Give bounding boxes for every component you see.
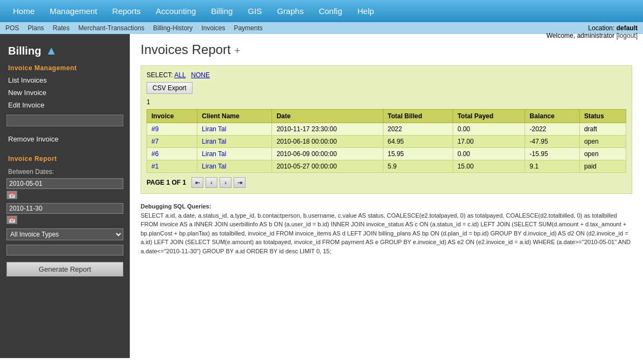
remove-invoice-link[interactable]: Remove Invoice	[0, 133, 130, 145]
invoice-link[interactable]: #7	[151, 138, 158, 145]
date-end-input[interactable]	[6, 203, 123, 214]
main-layout: Billing ▲ Invoice Management List Invoic…	[0, 34, 643, 358]
invoice-table-body: #9 Liran Tal 2010-11-17 23:30:00 2022 0.…	[147, 123, 626, 173]
pagination-prev-button[interactable]: ‹	[206, 177, 217, 188]
edit-invoice-link[interactable]: Edit Invoice	[0, 99, 130, 111]
col-invoice: Invoice	[147, 110, 197, 123]
pagination-first-button[interactable]: ⇤	[191, 177, 203, 188]
cell-total-payed: 0.00	[453, 148, 525, 160]
location-value: default	[617, 24, 638, 32]
select-none-link[interactable]: NONE	[191, 71, 210, 79]
client-link[interactable]: Liran Tal	[202, 150, 226, 158]
col-balance: Balance	[525, 110, 580, 123]
cell-client: Liran Tal	[197, 148, 272, 160]
select-all-link[interactable]: ALL	[174, 71, 185, 79]
select-label: SELECT:	[147, 71, 173, 79]
top-navigation: Home Management Reports Accounting Billi…	[0, 0, 643, 22]
calendar-start-icon[interactable]: 📅	[6, 191, 17, 199]
sidebar-title: Billing ▲	[0, 39, 130, 60]
filter-input[interactable]	[6, 245, 123, 255]
cell-invoice: #7	[147, 136, 197, 148]
invoice-table: Invoice Client Name Date Total Billed To…	[147, 109, 626, 173]
cell-client: Liran Tal	[197, 123, 272, 136]
sub-navigation: POS Plans Rates Merchant-Transactions Bi…	[0, 22, 643, 34]
content-area: Invoices Report + SELECT: ALL NONE CSV E…	[130, 34, 643, 358]
nav-accounting[interactable]: Accounting	[148, 0, 203, 22]
location-info: Location: default Welcome, administrator…	[546, 24, 638, 39]
cell-status: draft	[580, 123, 626, 136]
nav-billing[interactable]: Billing	[203, 0, 240, 22]
table-header: Invoice Client Name Date Total Billed To…	[147, 110, 626, 123]
table-row: #9 Liran Tal 2010-11-17 23:30:00 2022 0.…	[147, 123, 626, 136]
cell-total-payed: 17.00	[453, 136, 525, 148]
subnav-invoices[interactable]: Invoices	[201, 24, 225, 32]
pagination-label: PAGE 1 OF 1	[147, 179, 186, 186]
cell-date: 2010-06-09 00:00:00	[272, 148, 383, 160]
invoice-type-select[interactable]: All Invoice Types	[6, 228, 123, 240]
cell-balance: -15.95	[525, 148, 580, 160]
invoice-type-row: All Invoice Types	[6, 228, 123, 240]
subnav-billing-history[interactable]: Billing-History	[153, 24, 193, 32]
client-link[interactable]: Liran Tal	[202, 125, 226, 133]
cell-total-payed: 15.00	[453, 160, 525, 173]
water-drop-icon: ▲	[45, 44, 57, 58]
cell-invoice: #1	[147, 160, 197, 173]
select-row: SELECT: ALL NONE	[147, 71, 626, 79]
cell-total-payed: 0.00	[453, 123, 525, 136]
cell-total-billed: 64.95	[383, 136, 453, 148]
logout-link[interactable]: [logout]	[617, 32, 638, 39]
csv-export-button[interactable]: CSV Export	[147, 82, 193, 94]
welcome-text: Welcome, administrator	[546, 32, 614, 39]
date-start-input[interactable]	[6, 178, 123, 189]
debug-sql-section: Debugging SQL Queries: SELECT a.id, a.da…	[141, 202, 632, 255]
cell-total-billed: 2022	[383, 123, 453, 136]
cell-status: paid	[580, 160, 626, 173]
report-box: SELECT: ALL NONE CSV Export 1 Invoice Cl…	[141, 65, 632, 194]
col-client-name: Client Name	[197, 110, 272, 123]
subnav-payments[interactable]: Payments	[234, 24, 262, 32]
subnav-merchant-transactions[interactable]: Merchant-Transactions	[78, 24, 144, 32]
nav-reports[interactable]: Reports	[105, 0, 149, 22]
invoice-link[interactable]: #6	[151, 150, 158, 158]
client-link[interactable]: Liran Tal	[202, 138, 226, 145]
invoice-link[interactable]: #9	[151, 125, 158, 133]
subnav-rates[interactable]: Rates	[52, 24, 69, 32]
client-link[interactable]: Liran Tal	[202, 163, 226, 170]
cell-invoice: #6	[147, 148, 197, 160]
cell-client: Liran Tal	[197, 160, 272, 173]
pagination-next-button[interactable]: ›	[220, 177, 231, 188]
col-status: Status	[580, 110, 626, 123]
page-count: 1	[147, 98, 626, 106]
sidebar: Billing ▲ Invoice Management List Invoic…	[0, 34, 130, 358]
invoice-report-section: Invoice Report	[0, 151, 130, 165]
cell-total-billed: 5.9	[383, 160, 453, 173]
cell-date: 2010-05-27 00:00:00	[272, 160, 383, 173]
invoice-link[interactable]: #1	[151, 163, 158, 170]
generate-report-button[interactable]: Generate Report	[6, 262, 123, 277]
between-dates-label: Between Dates:	[0, 165, 130, 177]
nav-gis[interactable]: GIS	[240, 0, 269, 22]
page-title: Invoices Report +	[141, 42, 632, 57]
search-input[interactable]	[6, 114, 123, 126]
col-date: Date	[272, 110, 383, 123]
pagination: PAGE 1 OF 1 ⇤ ‹ › ⇥	[147, 177, 626, 188]
cell-date: 2010-06-18 00:00:00	[272, 136, 383, 148]
subnav-plans[interactable]: Plans	[28, 24, 44, 32]
new-invoice-link[interactable]: New Invoice	[0, 86, 130, 99]
nav-help[interactable]: Help	[350, 0, 382, 22]
nav-management[interactable]: Management	[42, 0, 105, 22]
pagination-last-button[interactable]: ⇥	[234, 177, 246, 188]
calendar-end-icon[interactable]: 📅	[6, 215, 17, 224]
list-invoices-link[interactable]: List Invoices	[0, 74, 130, 86]
nav-home[interactable]: Home	[5, 0, 42, 22]
subnav-pos[interactable]: POS	[5, 24, 19, 32]
cell-balance: -2022	[525, 123, 580, 136]
nav-config[interactable]: Config	[311, 0, 349, 22]
cell-date: 2010-11-17 23:30:00	[272, 123, 383, 136]
cell-total-billed: 15.95	[383, 148, 453, 160]
debug-sql-text: SELECT a.id, a.date, a.status_id, a.type…	[141, 212, 631, 254]
nav-graphs[interactable]: Graphs	[269, 0, 311, 22]
table-row: #1 Liran Tal 2010-05-27 00:00:00 5.9 15.…	[147, 160, 626, 173]
cell-status: open	[580, 148, 626, 160]
table-row: #7 Liran Tal 2010-06-18 00:00:00 64.95 1…	[147, 136, 626, 148]
